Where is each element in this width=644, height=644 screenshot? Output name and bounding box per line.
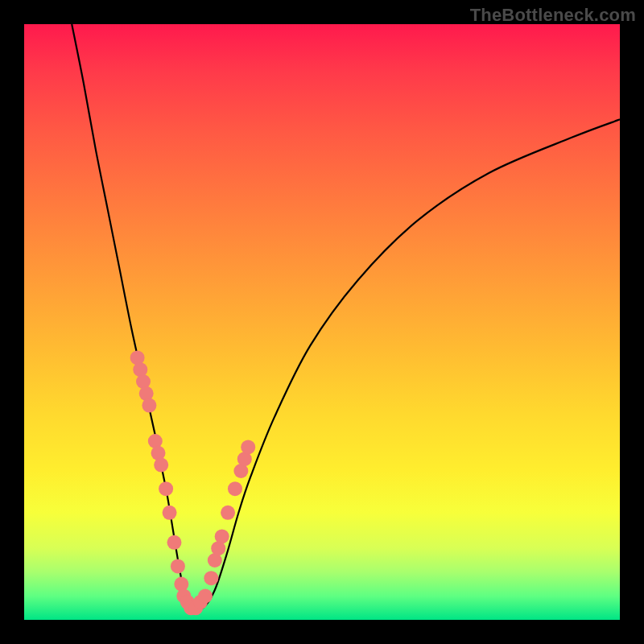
chart-svg <box>24 24 620 620</box>
highlight-dots <box>130 350 256 615</box>
marker-dot <box>174 577 188 592</box>
marker-dot <box>198 588 213 603</box>
watermark-text: TheBottleneck.com <box>470 5 636 26</box>
marker-dot <box>163 506 177 520</box>
curve-line <box>72 24 620 610</box>
marker-dot <box>241 440 255 454</box>
marker-dot <box>142 398 156 413</box>
marker-dot <box>154 458 168 473</box>
marker-dot <box>159 481 173 496</box>
plot-area <box>24 24 620 620</box>
marker-dot <box>171 559 185 573</box>
marker-dot <box>167 535 181 550</box>
marker-dot <box>215 529 229 543</box>
outer-black-frame: TheBottleneck.com <box>0 0 644 644</box>
marker-dot <box>204 571 218 585</box>
marker-dot <box>221 506 235 520</box>
marker-dot <box>228 481 242 496</box>
bottleneck-curve <box>72 24 620 610</box>
